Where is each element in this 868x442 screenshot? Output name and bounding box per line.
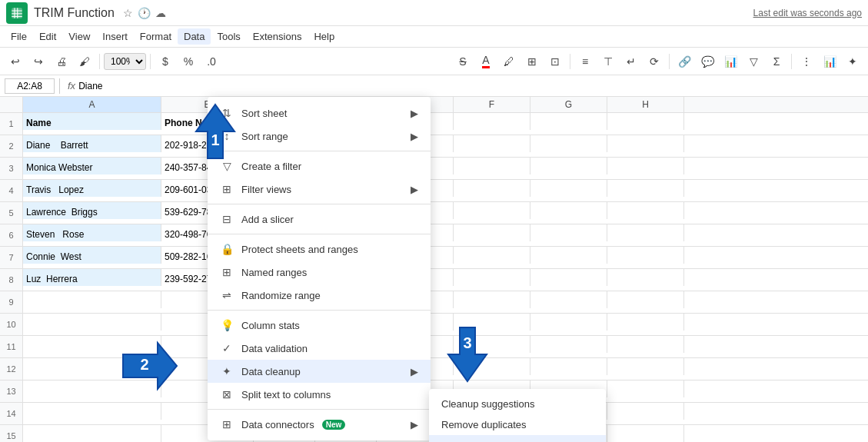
col-header-h[interactable]: H [607, 97, 684, 112]
cell-g8[interactable] [530, 269, 607, 286]
cell-h4[interactable] [607, 180, 684, 197]
submenu-remove-duplicates[interactable]: Remove duplicates [429, 414, 606, 435]
column-stats-btn2[interactable]: 📊 [819, 51, 840, 72]
cell-h7[interactable] [607, 247, 684, 264]
merge-button[interactable]: ⊡ [544, 51, 566, 72]
cell-a4[interactable]: Travis Lopez [23, 180, 161, 197]
row-number: 6 [0, 224, 23, 246]
star-icon[interactable]: ☆ [123, 7, 133, 19]
history-icon[interactable]: 🕐 [138, 7, 151, 19]
drive-icon[interactable]: ☁ [155, 7, 166, 19]
formula-input[interactable] [78, 81, 863, 91]
align-button[interactable]: ≡ [574, 51, 596, 72]
menu-split-text[interactable]: ⊠ Split text to columns [208, 383, 431, 406]
cell-h5[interactable] [607, 202, 684, 219]
cell-h2[interactable] [607, 135, 684, 152]
cell-f4[interactable] [454, 180, 530, 197]
svg-text:2: 2 [140, 356, 148, 373]
menu-help[interactable]: Help [308, 28, 341, 45]
cell-h3[interactable] [607, 158, 684, 174]
ai-button[interactable]: ✦ [842, 51, 863, 72]
cell-g6[interactable] [530, 224, 607, 241]
cell-f1[interactable] [454, 113, 530, 130]
menu-named-ranges[interactable]: ⊞ Named ranges [208, 261, 431, 284]
col-header-a[interactable]: A [23, 97, 161, 112]
cell-f2[interactable] [454, 135, 530, 152]
menu-data[interactable]: Data [178, 28, 211, 45]
cell-a6[interactable]: Steven Rose [23, 224, 161, 241]
row-number: 5 [0, 202, 23, 224]
main-area: A B C D E F G H 1 Name Phone Num... [0, 97, 868, 442]
menu-data-cleanup[interactable]: ✦ Data cleanup ▶ [208, 360, 431, 383]
cell-g5[interactable] [530, 202, 607, 219]
cell-reference-input[interactable] [5, 78, 55, 94]
menu-data-connectors[interactable]: ⊞ Data connectors New ▶ [208, 413, 431, 436]
cell-g7[interactable] [530, 247, 607, 264]
cell-f8[interactable] [454, 269, 530, 286]
zoom-selector[interactable]: 100% [104, 53, 146, 70]
cell-a7[interactable]: Connie West [23, 247, 161, 264]
cell-a3[interactable]: Monica Webster [23, 158, 161, 174]
menu-tools[interactable]: Tools [211, 28, 246, 45]
submenu-trim-whitespace[interactable]: Trim whitespace [429, 435, 606, 442]
decimal-button[interactable]: .0 [201, 51, 222, 72]
cell-f5[interactable] [454, 202, 530, 219]
menu-extensions[interactable]: Extensions [247, 28, 308, 45]
cell-g3[interactable] [530, 158, 607, 174]
cell-h6[interactable] [607, 224, 684, 241]
cell-f6[interactable] [454, 224, 530, 241]
print-button[interactable]: 🖨 [51, 51, 72, 72]
submenu-cleanup-suggestions[interactable]: Cleanup suggestions [429, 394, 606, 414]
cell-g1[interactable] [530, 113, 607, 130]
toolbar-right: S A 🖊 ⊞ ⊡ ≡ ⊤ ↵ ⟳ 🔗 💬 📊 ▽ Σ ⋮ 📊 ✦ [452, 51, 863, 72]
cell-h8[interactable] [607, 269, 684, 286]
percent-button[interactable]: % [178, 51, 199, 72]
cell-a8[interactable]: Luz Herrera [23, 269, 161, 286]
menu-randomize-range[interactable]: ⇌ Randomize range [208, 284, 431, 307]
menu-format[interactable]: Format [134, 28, 178, 45]
link-button[interactable]: 🔗 [673, 51, 695, 72]
app-icon [6, 2, 28, 24]
rotate-button[interactable]: ⟳ [644, 51, 665, 72]
title-bar: TRIM Function ☆ 🕐 ☁ Last edit was second… [0, 0, 868, 26]
chart-button[interactable]: 📊 [720, 51, 741, 72]
wrap-button[interactable]: ↵ [620, 51, 642, 72]
menu-data-validation[interactable]: ✓ Data validation [208, 337, 431, 360]
cell-a5[interactable]: Lawrence Briggs [23, 202, 161, 219]
comment-button[interactable]: 💬 [697, 51, 718, 72]
strikethrough-button[interactable]: S [452, 51, 474, 72]
undo-button[interactable]: ↩ [5, 51, 26, 72]
borders-button[interactable]: ⊞ [521, 51, 543, 72]
cell-h1[interactable] [607, 113, 684, 130]
text-color-button[interactable]: A [475, 51, 497, 72]
paint-format-button[interactable]: 🖌 [74, 51, 95, 72]
more-button[interactable]: ⋮ [796, 51, 817, 72]
formula-icon: fx [68, 80, 75, 91]
valign-button[interactable]: ⊤ [597, 51, 619, 72]
menu-insert[interactable]: Insert [96, 28, 134, 45]
cell-g2[interactable] [530, 135, 607, 152]
cell-g4[interactable] [530, 180, 607, 197]
menu-edit[interactable]: Edit [33, 28, 62, 45]
cell-a1[interactable]: Name [23, 113, 161, 130]
col-header-g[interactable]: G [530, 97, 607, 112]
formula-bar: fx [0, 75, 868, 97]
table-row: 7 Connie West 509-282-1661 [0, 247, 868, 269]
menu-add-slicer[interactable]: ⊟ Add a slicer [208, 208, 431, 231]
menu-file[interactable]: File [5, 28, 33, 45]
redo-button[interactable]: ↪ [28, 51, 49, 72]
currency-button[interactable]: $ [155, 51, 176, 72]
cell-f7[interactable] [454, 247, 530, 264]
col-header-f[interactable]: F [454, 97, 530, 112]
menu-view[interactable]: View [62, 28, 96, 45]
slicer-icon: ⊟ [220, 212, 234, 226]
menu-protect-sheets[interactable]: 🔒 Protect sheets and ranges [208, 238, 431, 261]
menu-column-stats[interactable]: 💡 Column stats [208, 314, 431, 337]
arrow-1-indicator: 1 [185, 101, 246, 162]
menu-filter-views[interactable]: ⊞ Filter views ▶ [208, 178, 431, 201]
filter-button[interactable]: ▽ [743, 51, 764, 72]
cell-a2[interactable]: Diane Barrett [23, 135, 161, 152]
highlight-button[interactable]: 🖊 [498, 51, 520, 72]
function-button[interactable]: Σ [766, 51, 787, 72]
cell-f3[interactable] [454, 158, 530, 174]
